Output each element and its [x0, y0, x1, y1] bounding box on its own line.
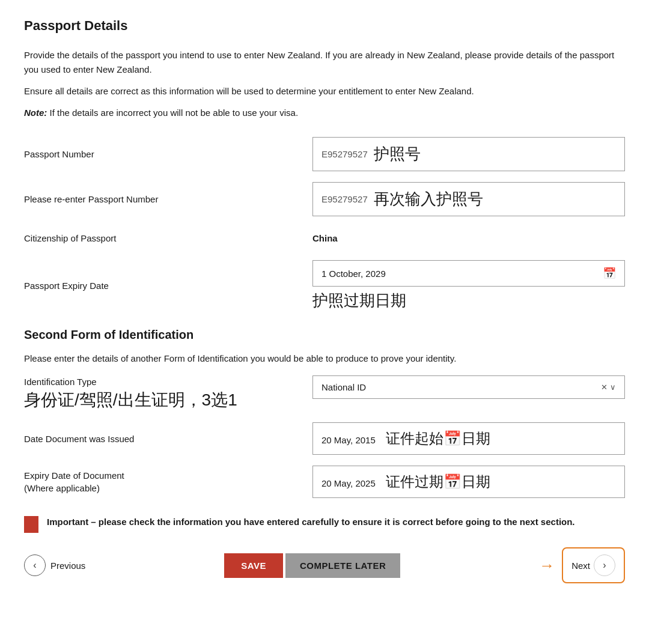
id-type-label-wrap: Identification Type 身份证/驾照/出生证明，3选1: [24, 375, 312, 412]
important-text-content: Important – please check the information…: [47, 517, 575, 527]
second-id-description: Please enter the details of another Form…: [24, 351, 625, 366]
note-text: If the details are incorrect you will no…: [50, 108, 299, 118]
important-text: Important – please check the information…: [47, 515, 575, 529]
second-id-title: Second Form of Identification: [24, 328, 625, 342]
doc-expiry-value: 20 May, 2025 证件过期📅日期: [321, 472, 490, 491]
previous-button[interactable]: ‹ Previous: [24, 554, 85, 576]
page-note: Note: If the details are incorrect you w…: [24, 106, 625, 120]
page-description-2: Ensure all details are correct as this i…: [24, 84, 625, 99]
passport-reenter-input[interactable]: E95279527 再次输入护照号: [312, 182, 625, 216]
complete-later-button[interactable]: COMPLETE LATER: [285, 553, 400, 578]
page-title: Passport Details: [24, 18, 625, 34]
passport-expiry-input[interactable]: 1 October, 2029 📅: [312, 260, 625, 287]
citizenship-value-wrap: China: [312, 227, 625, 249]
citizenship-label: Citizenship of Passport: [24, 232, 312, 245]
issued-date-label: Date Document was Issued: [24, 433, 312, 445]
doc-expiry-input[interactable]: 20 May, 2025 证件过期📅日期: [312, 466, 625, 498]
passport-number-input[interactable]: E95279527 护照号: [312, 137, 625, 171]
issued-date-row: Date Document was Issued 20 May, 2015 证件…: [24, 422, 625, 455]
passport-reenter-chinese: 再次输入护照号: [374, 189, 483, 210]
passport-expiry-wrap: 1 October, 2029 📅 护照过期日期: [312, 260, 625, 311]
id-type-value: National ID: [321, 382, 366, 392]
next-button[interactable]: Next ›: [565, 551, 621, 580]
id-type-wrap: National ID ✕ ∨: [312, 375, 625, 399]
doc-expiry-label-wrap: Expiry Date of Document (Where applicabl…: [24, 469, 312, 494]
citizenship-row: Citizenship of Passport China: [24, 227, 625, 249]
citizenship-value: China: [312, 227, 625, 249]
passport-reenter-label: Please re-enter Passport Number: [24, 193, 312, 205]
passport-number-label: Passport Number: [24, 148, 312, 160]
id-type-row: Identification Type 身份证/驾照/出生证明，3选1 Nati…: [24, 375, 625, 412]
doc-expiry-chinese: 证件过期📅日期: [378, 473, 490, 490]
passport-reenter-prefix: E95279527: [321, 194, 368, 204]
center-buttons: SAVE COMPLETE LATER: [224, 553, 400, 578]
passport-expiry-chinese: 护照过期日期: [312, 290, 625, 311]
second-id-section: Second Form of Identification: [24, 328, 625, 342]
doc-expiry-label: Expiry Date of Document: [24, 469, 312, 482]
next-section: → Next ›: [539, 547, 625, 583]
issued-date-value: 20 May, 2015 证件起始📅日期: [321, 429, 490, 448]
save-button[interactable]: SAVE: [224, 553, 283, 578]
passport-number-prefix: E95279527: [321, 149, 368, 159]
passport-number-row: Passport Number E95279527 护照号: [24, 137, 625, 171]
select-arrows-icon: ✕ ∨: [601, 383, 616, 392]
note-label: Note:: [24, 108, 47, 118]
page-description-1: Provide the details of the passport you …: [24, 48, 625, 77]
passport-reenter-wrap: E95279527 再次输入护照号: [312, 182, 625, 216]
previous-label: Previous: [50, 560, 85, 571]
id-type-select[interactable]: National ID ✕ ∨: [312, 375, 625, 399]
passport-reenter-row: Please re-enter Passport Number E9527952…: [24, 182, 625, 216]
issued-date-input[interactable]: 20 May, 2015 证件起始📅日期: [312, 422, 625, 455]
next-arrow-icon: →: [539, 556, 555, 575]
next-label: Next: [571, 560, 590, 571]
passport-expiry-row: Passport Expiry Date 1 October, 2029 📅 护…: [24, 260, 625, 311]
passport-number-chinese: 护照号: [374, 144, 421, 165]
doc-expiry-wrap: 20 May, 2025 证件过期📅日期: [312, 466, 625, 498]
previous-circle-icon: ‹: [24, 554, 46, 576]
calendar-icon: 📅: [603, 267, 616, 280]
next-circle-icon: ›: [594, 554, 615, 576]
doc-expiry-row: Expiry Date of Document (Where applicabl…: [24, 466, 625, 498]
bottom-nav: ‹ Previous SAVE COMPLETE LATER → Next ›: [24, 547, 625, 583]
passport-number-wrap: E95279527 护照号: [312, 137, 625, 171]
important-flag-icon: [24, 516, 38, 533]
important-box: Important – please check the information…: [24, 515, 625, 533]
id-type-label: Identification Type: [24, 375, 312, 388]
next-button-wrap: Next ›: [562, 547, 625, 583]
issued-chinese: 证件起始📅日期: [378, 430, 490, 446]
doc-expiry-sublabel: (Where applicable): [24, 482, 312, 494]
issued-date-wrap: 20 May, 2015 证件起始📅日期: [312, 422, 625, 455]
id-type-chinese: 身份证/驾照/出生证明，3选1: [24, 388, 312, 412]
passport-expiry-value: 1 October, 2029: [321, 269, 386, 279]
passport-expiry-label: Passport Expiry Date: [24, 279, 312, 292]
